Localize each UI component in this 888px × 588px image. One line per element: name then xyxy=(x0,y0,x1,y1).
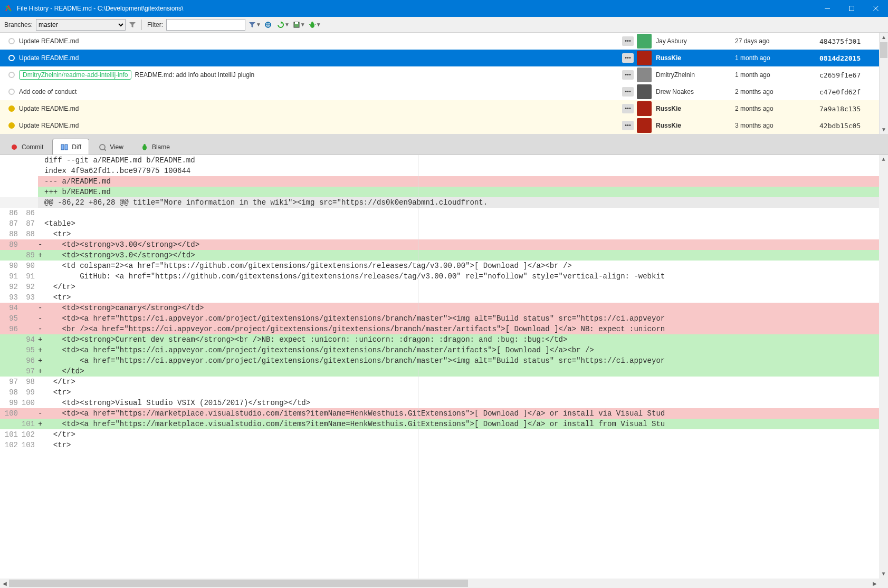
maximize-button[interactable] xyxy=(839,0,864,17)
diff-line: 94+ <td><strong>Current dev stream</stro… xyxy=(0,334,888,345)
commit-date: 1 month ago xyxy=(735,54,819,62)
view-icon xyxy=(98,143,107,151)
detail-tabs: Commit Diff View Blame xyxy=(0,134,888,155)
commit-message: Update README.md xyxy=(18,37,622,45)
blame-icon xyxy=(140,143,149,151)
commit-more-icon[interactable]: ••• xyxy=(622,104,634,113)
diff-line: 9191 GitHub: <a href="https://github.com… xyxy=(0,271,888,282)
scroll-thumb-horizontal[interactable] xyxy=(9,580,468,587)
close-button[interactable] xyxy=(864,0,888,17)
tab-diff-label: Diff xyxy=(72,143,81,151)
tab-view-label: View xyxy=(110,143,123,151)
commit-row[interactable]: Update README.md•••RussKie1 month ago081… xyxy=(0,50,888,66)
commit-sha: 0814d22015 xyxy=(819,54,888,62)
commit-author: RussKie xyxy=(656,54,735,62)
commit-sha: 42bdb15c05 xyxy=(819,122,888,130)
diff-line: 101+ <td><a href="https://marketplace.vi… xyxy=(0,419,888,429)
branch-select[interactable]: master xyxy=(36,19,126,31)
commit-row[interactable]: DmitryZhelnin/readme-add-intellij-infoRE… xyxy=(0,66,888,83)
commit-row[interactable]: Add code of conduct•••Drew Noakes2 month… xyxy=(0,83,888,100)
commit-message: Update README.md xyxy=(18,54,622,62)
tab-commit[interactable]: Commit xyxy=(2,139,51,155)
diff-line: 9393 <tr> xyxy=(0,292,888,303)
tab-blame[interactable]: Blame xyxy=(132,139,178,155)
commit-author: RussKie xyxy=(656,122,735,129)
commit-more-icon[interactable]: ••• xyxy=(622,53,634,63)
titlebar: File History - README.md - C:\Developmen… xyxy=(0,0,888,17)
app-icon xyxy=(4,4,13,13)
diff-line: index 4f9a62fd1..bce977975 100644 xyxy=(0,166,888,176)
commit-more-icon[interactable]: ••• xyxy=(622,121,634,130)
scroll-up-icon[interactable]: ▲ xyxy=(880,33,888,42)
avatar xyxy=(637,51,652,65)
commit-graph-dot xyxy=(8,89,15,95)
diff-line: 96- <br /><a href="https://ci.appveyor.c… xyxy=(0,324,888,334)
window-controls xyxy=(815,0,888,17)
svg-line-11 xyxy=(309,24,310,25)
avatar xyxy=(637,84,652,99)
diff-scrollbar-vertical[interactable]: ▲ ▼ xyxy=(879,155,888,579)
commit-graph-dot xyxy=(8,55,15,61)
commit-row[interactable]: Update README.md•••Jay Asbury27 days ago… xyxy=(0,33,888,50)
tab-view[interactable]: View xyxy=(90,139,131,155)
svg-rect-15 xyxy=(65,144,68,150)
commit-more-icon[interactable]: ••• xyxy=(622,87,634,97)
globe-icon[interactable] xyxy=(262,19,274,31)
commit-list-scrollbar[interactable]: ▲ ▼ xyxy=(879,33,888,134)
scroll-up-icon[interactable]: ▲ xyxy=(879,155,888,164)
scroll-track[interactable] xyxy=(9,579,870,588)
scroll-down-icon[interactable]: ▼ xyxy=(880,125,888,134)
diff-line: 9899 <tr> xyxy=(0,387,888,398)
diff-line: 8686 xyxy=(0,208,888,218)
minimize-button[interactable] xyxy=(815,0,839,17)
commit-graph-dot xyxy=(8,122,15,129)
commit-more-icon[interactable]: ••• xyxy=(622,70,634,80)
commit-list[interactable]: Update README.md•••Jay Asbury27 days ago… xyxy=(0,33,888,134)
tab-diff[interactable]: Diff xyxy=(52,139,89,155)
branch-label[interactable]: DmitryZhelnin/readme-add-intellij-info xyxy=(19,70,131,80)
diff-line: 8787 <table> xyxy=(0,218,888,229)
commit-message: DmitryZhelnin/readme-add-intellij-infoRE… xyxy=(18,70,622,80)
svg-rect-8 xyxy=(295,22,298,24)
diff-line: 101102 </tr> xyxy=(0,429,888,440)
commit-date: 27 days ago xyxy=(735,37,819,45)
commit-row[interactable]: Update README.md•••RussKie3 months ago42… xyxy=(0,117,888,134)
commit-more-icon[interactable]: ••• xyxy=(622,36,634,46)
commit-sha: 484375f301 xyxy=(819,37,888,45)
diff-line: +++ b/README.md xyxy=(0,187,888,197)
filter-funnel-icon[interactable] xyxy=(127,19,138,31)
filter-input[interactable] xyxy=(166,19,245,31)
scrollbar-corner xyxy=(879,579,888,588)
commit-message: Update README.md xyxy=(18,122,622,129)
toolbar-separator xyxy=(141,20,142,30)
diff-line: --- a/README.md xyxy=(0,176,888,187)
scroll-down-icon[interactable]: ▼ xyxy=(879,570,888,579)
diff-line: 9090 <td colspan=2><a href="https://gith… xyxy=(0,261,888,271)
scroll-left-icon[interactable]: ◀ xyxy=(0,579,9,588)
horizontal-scrollbar[interactable]: ◀ ▶ xyxy=(0,579,888,588)
commit-graph-dot xyxy=(8,72,15,78)
toolbar: Branches: master Filter: ▼ ▼ ▼ ▼ xyxy=(0,17,888,33)
commit-icon xyxy=(10,143,18,151)
commit-graph-dot xyxy=(8,38,15,44)
scroll-right-icon[interactable]: ▶ xyxy=(870,579,879,588)
avatar xyxy=(637,68,652,82)
svg-rect-1 xyxy=(849,6,854,11)
diff-line: 9292 </tr> xyxy=(0,282,888,292)
svg-point-13 xyxy=(12,144,17,150)
commit-row[interactable]: Update README.md•••RussKie2 months ago7a… xyxy=(0,100,888,117)
commit-author: RussKie xyxy=(656,105,735,112)
commit-sha: c2659f1e67 xyxy=(819,71,888,79)
diff-line: 9798 </tr> xyxy=(0,377,888,387)
svg-line-17 xyxy=(104,149,106,151)
diff-line: 97+ </td> xyxy=(0,366,888,377)
tab-commit-label: Commit xyxy=(22,143,43,151)
scroll-thumb[interactable] xyxy=(880,42,887,58)
diff-icon xyxy=(60,143,69,151)
diff-line: 95+ <td><a href="https://ci.appveyor.com… xyxy=(0,345,888,355)
diff-line: 102103 <tr> xyxy=(0,440,888,450)
diff-view[interactable]: diff --git a/README.md b/README.md index… xyxy=(0,155,888,579)
avatar xyxy=(637,118,652,133)
diff-line: @@ -86,22 +86,28 @@ title="More informat… xyxy=(0,197,888,208)
diff-line: 95- <td><a href="https://ci.appveyor.com… xyxy=(0,313,888,324)
